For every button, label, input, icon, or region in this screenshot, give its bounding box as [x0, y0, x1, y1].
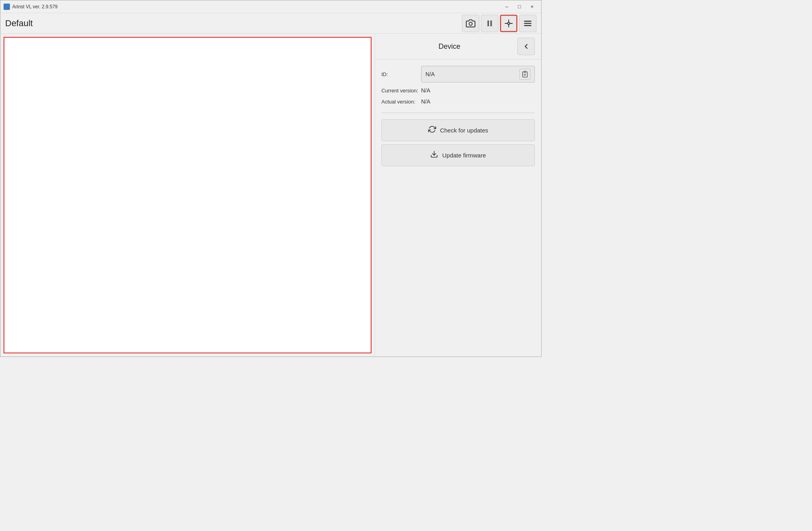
actual-version-value: N/A: [421, 98, 430, 105]
current-version-field-row: Current version: N/A: [381, 87, 535, 94]
connect-button[interactable]: [500, 15, 517, 32]
camera-button[interactable]: [462, 15, 479, 32]
device-form: ID: N/A: [375, 59, 541, 176]
minimize-button[interactable]: –: [501, 2, 513, 12]
svg-rect-11: [524, 71, 526, 73]
camera-icon: [466, 19, 475, 28]
svg-rect-1: [488, 20, 489, 26]
title-bar-left: Arinst VL ver. 2.9.579: [4, 4, 57, 10]
right-panel: Device ID: N/A: [375, 34, 541, 357]
id-label: ID:: [381, 71, 421, 77]
actual-version-field-row: Actual version: N/A: [381, 98, 535, 105]
id-value-box: N/A: [421, 66, 535, 82]
content-area: Device ID: N/A: [0, 34, 541, 357]
toolbar-buttons: [462, 15, 536, 32]
main-area: Default: [0, 13, 541, 357]
svg-rect-2: [490, 20, 492, 26]
download-icon-svg: [430, 150, 438, 158]
title-bar-controls: – □ ×: [501, 2, 538, 12]
divider: [381, 113, 535, 113]
close-button[interactable]: ×: [526, 2, 538, 12]
page-title: Default: [5, 18, 33, 29]
menu-icon: [523, 19, 532, 28]
toolbar: Default: [0, 13, 541, 34]
clipboard-icon: [521, 71, 529, 78]
app-window: Arinst VL ver. 2.9.579 – □ × Default: [0, 0, 542, 357]
app-icon: [4, 4, 10, 10]
app-title: Arinst VL ver. 2.9.579: [12, 4, 57, 10]
connect-icon: [504, 19, 513, 28]
pause-icon: [485, 19, 494, 28]
id-value: N/A: [425, 71, 518, 77]
check-updates-button[interactable]: Check for updates: [381, 119, 535, 141]
title-bar: Arinst VL ver. 2.9.579 – □ ×: [0, 0, 541, 13]
back-button[interactable]: [517, 38, 535, 55]
refresh-icon: [428, 125, 436, 135]
maximize-button[interactable]: □: [513, 2, 525, 12]
update-firmware-label: Update firmware: [442, 152, 486, 159]
refresh-icon-svg: [428, 125, 436, 133]
download-icon: [430, 150, 438, 160]
current-version-label: Current version:: [381, 88, 421, 94]
id-field-row: ID: N/A: [381, 66, 535, 82]
actual-version-label: Actual version:: [381, 99, 421, 105]
current-version-value: N/A: [421, 87, 430, 94]
clipboard-button[interactable]: [519, 69, 530, 80]
check-updates-label: Check for updates: [440, 127, 488, 134]
svg-point-0: [469, 22, 472, 25]
canvas-panel: [4, 37, 372, 353]
update-firmware-button[interactable]: Update firmware: [381, 144, 535, 166]
pause-button[interactable]: [481, 15, 498, 32]
right-panel-header: Device: [375, 34, 541, 59]
right-panel-title: Device: [381, 42, 517, 51]
back-arrow-icon: [522, 42, 530, 50]
menu-button[interactable]: [519, 15, 536, 32]
